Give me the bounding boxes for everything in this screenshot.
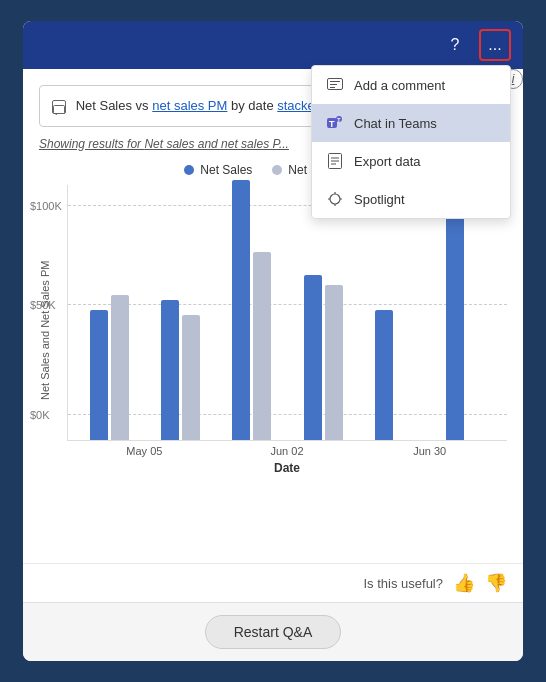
legend-label-net-sales: Net Sales bbox=[200, 163, 252, 177]
main-panel: ? ... Net Sales vs net sales PM by date … bbox=[23, 21, 523, 661]
chart-y-label: Net Sales and Net Sales PM bbox=[39, 185, 67, 475]
grid-label-100k: $100K bbox=[30, 200, 62, 212]
useful-label: Is this useful? bbox=[364, 576, 444, 591]
bars-area bbox=[68, 185, 507, 440]
bar-pair-1 bbox=[78, 295, 141, 440]
svg-point-14 bbox=[330, 194, 340, 204]
bar-group-3 bbox=[220, 180, 283, 440]
dropdown-label-chat-teams: Chat in Teams bbox=[354, 116, 437, 131]
bar-blue-3 bbox=[232, 180, 250, 440]
bar-group-1 bbox=[78, 295, 141, 440]
legend-dot-blue bbox=[184, 165, 194, 175]
x-label-jun30: Jun 30 bbox=[362, 445, 497, 457]
bar-pair-4 bbox=[292, 275, 355, 440]
chart-x-label: Date bbox=[67, 461, 507, 475]
dropdown-menu: Add a comment T T Chat in Teams bbox=[311, 65, 511, 219]
dropdown-item-export-data[interactable]: Export data bbox=[312, 142, 510, 180]
bar-group-5 bbox=[363, 310, 426, 440]
thumbs-down-button[interactable]: 👎 bbox=[485, 572, 507, 594]
svg-text:T: T bbox=[337, 117, 341, 123]
svg-rect-0 bbox=[54, 105, 65, 113]
query-text-3: by date bbox=[227, 98, 277, 113]
dropdown-item-add-comment[interactable]: Add a comment bbox=[312, 66, 510, 104]
x-label-may05: May 05 bbox=[77, 445, 212, 457]
query-chat-icon bbox=[52, 100, 66, 114]
bar-blue-1 bbox=[90, 310, 108, 440]
grid-label-50k: $50K bbox=[30, 299, 56, 311]
chart-container: Net Sales and Net Sales PM $100K $50K $0… bbox=[39, 185, 507, 475]
bar-blue-2 bbox=[161, 300, 179, 440]
bar-gray-4 bbox=[325, 285, 343, 440]
thumbs-up-button[interactable]: 👍 bbox=[453, 572, 475, 594]
results-link: Net sales and net sales P... bbox=[144, 137, 289, 151]
chart-inner: $100K $50K $0K bbox=[67, 185, 507, 475]
bar-blue-5 bbox=[375, 310, 393, 440]
spotlight-icon bbox=[326, 190, 344, 208]
query-text-2: net sales PM bbox=[152, 98, 227, 113]
bar-gray-3 bbox=[253, 252, 271, 440]
x-label-jun02: Jun 02 bbox=[220, 445, 355, 457]
grid-label-0k: $0K bbox=[30, 409, 50, 421]
bar-group-2 bbox=[149, 300, 212, 440]
panel-header: ? ... bbox=[23, 21, 523, 69]
panel-footer: Restart Q&A bbox=[23, 602, 523, 661]
dropdown-item-chat-teams[interactable]: T T Chat in Teams bbox=[312, 104, 510, 142]
svg-text:T: T bbox=[329, 119, 335, 129]
bar-gray-2 bbox=[182, 315, 200, 440]
dropdown-item-spotlight[interactable]: Spotlight bbox=[312, 180, 510, 218]
bar-pair-5 bbox=[363, 310, 426, 440]
legend-net-sales: Net Sales bbox=[184, 163, 252, 177]
dropdown-label-spotlight: Spotlight bbox=[354, 192, 405, 207]
export-icon bbox=[326, 152, 344, 170]
bar-blue-4 bbox=[304, 275, 322, 440]
restart-button[interactable]: Restart Q&A bbox=[205, 615, 342, 649]
dropdown-label-export-data: Export data bbox=[354, 154, 421, 169]
comment-icon bbox=[326, 76, 344, 94]
bar-pair-3 bbox=[220, 180, 283, 440]
ellipsis-button[interactable]: ... bbox=[479, 29, 511, 61]
chart-plot: $100K $50K $0K bbox=[67, 185, 507, 441]
help-button[interactable]: ? bbox=[439, 29, 471, 61]
useful-bar: Is this useful? 👍 👎 bbox=[23, 563, 523, 602]
x-axis: May 05 Jun 02 Jun 30 bbox=[67, 441, 507, 457]
bar-group-4 bbox=[292, 275, 355, 440]
teams-icon: T T bbox=[326, 114, 344, 132]
bar-pair-2 bbox=[149, 300, 212, 440]
bar-gray-1 bbox=[111, 295, 129, 440]
legend-dot-gray bbox=[272, 165, 282, 175]
query-text-1: Net Sales vs bbox=[76, 98, 153, 113]
dropdown-label-add-comment: Add a comment bbox=[354, 78, 445, 93]
